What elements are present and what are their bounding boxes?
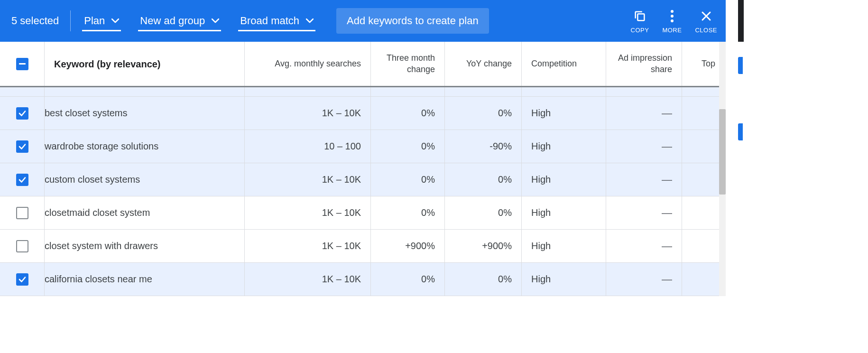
row-checkbox[interactable] xyxy=(16,174,28,186)
match-type-dropdown-label: Broad match xyxy=(240,15,299,27)
row-checkbox-cell xyxy=(0,97,45,130)
scrollbar-thumb[interactable] xyxy=(719,109,726,195)
cell-competition: High xyxy=(522,163,606,196)
table-row[interactable]: closetmaid closet system1K – 10K0%0%High… xyxy=(0,196,726,230)
header-avg-searches[interactable]: Avg. monthly searches xyxy=(245,42,371,86)
keyword-planner-panel: 5 selected Plan New ad group Broad match… xyxy=(0,0,726,296)
cell-yoy-change: 0% xyxy=(445,163,522,196)
plan-dropdown-label: Plan xyxy=(84,15,105,27)
row-checkbox-cell xyxy=(0,230,45,262)
more-vert-icon xyxy=(665,9,680,24)
header-impression-share[interactable]: Ad impression share xyxy=(606,42,682,86)
copy-icon xyxy=(632,9,647,24)
cell-impression-share: — xyxy=(606,196,682,229)
plan-dropdown[interactable]: Plan xyxy=(82,11,121,31)
row-checkbox[interactable] xyxy=(16,240,28,252)
cell-keyword: wardrobe storage solutions xyxy=(45,130,245,163)
svg-point-1 xyxy=(671,10,674,13)
cell-yoy-change: 0% xyxy=(445,97,522,130)
cell-impression-share: — xyxy=(606,130,682,163)
table-header-row: Keyword (by relevance) Avg. monthly sear… xyxy=(0,42,726,87)
close-button[interactable]: CLOSE xyxy=(695,9,717,34)
cell-impression-share: — xyxy=(606,263,682,296)
match-type-dropdown[interactable]: Broad match xyxy=(238,11,315,31)
partial-row-above xyxy=(0,87,726,97)
svg-rect-0 xyxy=(637,14,644,20)
header-checkbox-cell xyxy=(0,42,45,86)
cell-competition: High xyxy=(522,130,606,163)
cell-yoy-change: -90% xyxy=(445,130,522,163)
cell-keyword: california closets near me xyxy=(45,263,245,296)
cell-impression-share: — xyxy=(606,97,682,130)
table-row[interactable]: closet system with drawers1K – 10K+900%+… xyxy=(0,230,726,263)
select-all-checkbox[interactable] xyxy=(16,58,28,70)
edge-strip xyxy=(738,0,744,42)
table-row[interactable]: best closet systems1K – 10K0%0%High— xyxy=(0,97,726,130)
caret-down-icon xyxy=(111,19,119,23)
cell-competition: High xyxy=(522,263,606,296)
copy-label: COPY xyxy=(631,27,649,34)
cell-top-bid xyxy=(682,230,725,262)
svg-point-2 xyxy=(671,15,674,18)
cell-three-month-change: 0% xyxy=(371,263,445,296)
row-checkbox-cell xyxy=(0,130,45,163)
ad-group-dropdown-label: New ad group xyxy=(140,15,205,27)
edge-chip xyxy=(738,57,743,74)
cell-top-bid xyxy=(682,97,725,130)
cell-avg-searches: 1K – 10K xyxy=(245,163,371,196)
cell-impression-share: — xyxy=(606,163,682,196)
cell-top-bid xyxy=(682,196,725,229)
svg-point-3 xyxy=(671,19,674,22)
more-button[interactable]: MORE xyxy=(662,9,682,34)
cell-avg-searches: 10 – 100 xyxy=(245,130,371,163)
header-competition[interactable]: Competition xyxy=(522,42,606,86)
row-checkbox-cell xyxy=(0,163,45,196)
close-label: CLOSE xyxy=(695,27,717,34)
cell-yoy-change: +900% xyxy=(445,230,522,262)
add-keywords-button[interactable]: Add keywords to create plan xyxy=(336,8,489,34)
table-row[interactable]: custom closet systems1K – 10K0%0%High— xyxy=(0,163,726,196)
row-checkbox[interactable] xyxy=(16,207,28,219)
cell-competition: High xyxy=(522,97,606,130)
toolbar-divider xyxy=(70,10,71,31)
row-checkbox[interactable] xyxy=(16,140,28,153)
cell-keyword: closet system with drawers xyxy=(45,230,245,262)
header-three-month-change[interactable]: Three month change xyxy=(371,42,445,86)
table-row[interactable]: california closets near me1K – 10K0%0%Hi… xyxy=(0,263,726,296)
cell-keyword: custom closet systems xyxy=(45,163,245,196)
header-top-bid[interactable]: Top xyxy=(682,42,725,86)
cell-keyword: closetmaid closet system xyxy=(45,196,245,229)
cell-three-month-change: 0% xyxy=(371,163,445,196)
cell-yoy-change: 0% xyxy=(445,263,522,296)
cell-competition: High xyxy=(522,230,606,262)
cell-three-month-change: 0% xyxy=(371,196,445,229)
cell-keyword: best closet systems xyxy=(45,97,245,130)
selection-toolbar: 5 selected Plan New ad group Broad match… xyxy=(0,0,726,42)
cell-top-bid xyxy=(682,263,725,296)
cell-top-bid xyxy=(682,130,725,163)
cell-competition: High xyxy=(522,196,606,229)
more-label: MORE xyxy=(662,27,682,34)
cell-avg-searches: 1K – 10K xyxy=(245,263,371,296)
close-icon xyxy=(699,9,714,24)
header-yoy-change[interactable]: YoY change xyxy=(445,42,522,86)
cell-three-month-change: 0% xyxy=(371,97,445,130)
row-checkbox-cell xyxy=(0,196,45,229)
cell-yoy-change: 0% xyxy=(445,196,522,229)
ad-group-dropdown[interactable]: New ad group xyxy=(138,11,221,31)
row-checkbox-cell xyxy=(0,263,45,296)
cell-impression-share: — xyxy=(606,230,682,262)
cell-avg-searches: 1K – 10K xyxy=(245,230,371,262)
row-checkbox[interactable] xyxy=(16,273,28,286)
cell-three-month-change: +900% xyxy=(371,230,445,262)
cell-avg-searches: 1K – 10K xyxy=(245,97,371,130)
caret-down-icon xyxy=(306,19,314,23)
copy-button[interactable]: COPY xyxy=(631,9,649,34)
toolbar-actions: COPY MORE CLOSE xyxy=(631,0,717,42)
table-body: best closet systems1K – 10K0%0%High—ward… xyxy=(0,97,726,296)
selected-count: 5 selected xyxy=(11,15,70,27)
cell-avg-searches: 1K – 10K xyxy=(245,196,371,229)
table-row[interactable]: wardrobe storage solutions10 – 1000%-90%… xyxy=(0,130,726,163)
row-checkbox[interactable] xyxy=(16,107,28,120)
header-keyword[interactable]: Keyword (by relevance) xyxy=(45,42,245,86)
